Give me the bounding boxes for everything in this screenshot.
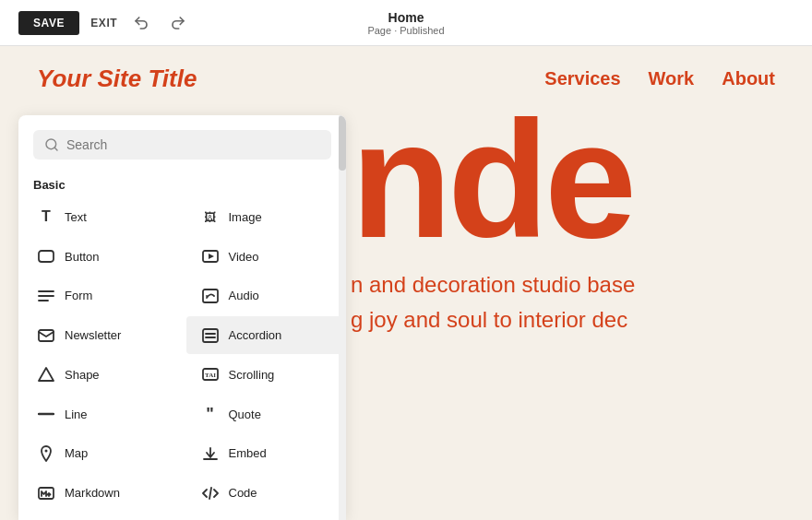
element-quote[interactable]: " Quote (186, 396, 343, 433)
element-code[interactable]: Code (186, 474, 343, 512)
hero-sub-text-2: g joy and soul to interior dec (351, 307, 812, 333)
panel-search-area (18, 115, 346, 171)
element-map[interactable]: Map (22, 435, 179, 473)
scrolling-icon: TAI (201, 365, 220, 384)
site-header: Your Site Title Services Work About (0, 46, 812, 112)
site-title: Your Site Title (37, 65, 197, 93)
element-form[interactable]: Form (22, 278, 179, 315)
element-scrolling[interactable]: TAI Scrolling (186, 356, 343, 394)
element-button[interactable]: Button (22, 238, 179, 276)
elements-grid: Text Image Button (18, 197, 346, 520)
element-text[interactable]: Text (22, 198, 179, 236)
element-accordion[interactable]: Accordion (186, 316, 343, 354)
add-elements-panel: Basic Text Image Button (18, 115, 346, 520)
page-title: Home (367, 10, 444, 25)
scroll-track[interactable] (339, 115, 346, 520)
site-nav: Services Work About (544, 68, 775, 89)
save-button[interactable]: SAVE (18, 11, 79, 35)
svg-marker-14 (39, 368, 54, 381)
accordion-label: Accordion (229, 328, 282, 342)
element-shape[interactable]: Shape (22, 356, 179, 394)
exit-button[interactable]: EXIT (90, 17, 117, 30)
nav-work[interactable]: Work (649, 68, 695, 89)
text-label: Text (65, 210, 87, 224)
embed-label: Embed (229, 446, 267, 460)
element-audio[interactable]: Audio (186, 278, 343, 315)
svg-rect-11 (203, 329, 218, 342)
element-newsletter[interactable]: Newsletter (22, 316, 179, 354)
code-label: Code (229, 486, 257, 500)
svg-point-18 (45, 449, 48, 452)
undo-button[interactable] (128, 10, 154, 36)
search-input[interactable] (66, 137, 320, 152)
line-icon (37, 405, 55, 423)
redo-button[interactable] (165, 10, 191, 36)
image-icon (201, 207, 220, 226)
element-embed[interactable]: Embed (186, 435, 343, 473)
newsletter-label: Newsletter (65, 328, 121, 342)
scrolling-label: Scrolling (229, 368, 275, 382)
svg-rect-2 (39, 251, 54, 262)
page-status: Page · Published (367, 25, 444, 36)
topbar-left: SAVE EXIT (18, 10, 191, 36)
form-label: Form (65, 289, 92, 302)
topbar: SAVE EXIT Home Page · Published (0, 0, 812, 46)
search-icon (44, 137, 59, 152)
quote-icon: " (201, 405, 220, 423)
markdown-label: Markdown (65, 486, 120, 500)
line-label: Line (65, 408, 88, 421)
svg-line-21 (209, 488, 211, 499)
text-icon (37, 207, 55, 226)
element-markdown[interactable]: Markdown (22, 474, 179, 512)
code-icon (201, 484, 220, 502)
newsletter-icon (37, 326, 55, 345)
svg-text:TAI: TAI (205, 372, 216, 379)
element-line[interactable]: Line (22, 396, 179, 433)
quote-label: Quote (229, 408, 261, 421)
button-icon (37, 247, 55, 266)
audio-label: Audio (229, 289, 259, 302)
svg-rect-8 (203, 290, 218, 302)
form-icon (37, 287, 55, 305)
section-basic-label: Basic (18, 171, 346, 197)
map-icon (37, 444, 55, 463)
video-label: Video (229, 250, 259, 264)
topbar-center: Home Page · Published (367, 10, 444, 36)
svg-line-1 (54, 148, 57, 150)
element-image[interactable]: Image (186, 198, 343, 236)
nav-about[interactable]: About (722, 68, 775, 89)
element-video[interactable]: Video (186, 238, 343, 276)
markdown-icon (37, 484, 55, 502)
video-icon (201, 247, 220, 266)
embed-icon (201, 444, 220, 463)
svg-marker-4 (209, 254, 214, 259)
search-box (33, 130, 331, 160)
image-label: Image (229, 210, 262, 224)
shape-icon (37, 365, 55, 384)
hero-big-text: nde (351, 115, 812, 263)
main-area: Your Site Title Services Work About nde … (0, 46, 812, 520)
shape-label: Shape (65, 368, 100, 382)
nav-services[interactable]: Services (544, 68, 620, 89)
redo-icon (170, 15, 186, 31)
scroll-thumb[interactable] (339, 115, 346, 171)
audio-icon (201, 287, 220, 305)
hero-sub-text: n and decoration studio base (351, 272, 812, 298)
button-label: Button (65, 250, 100, 264)
accordion-icon (201, 326, 220, 345)
undo-icon (133, 15, 149, 31)
map-label: Map (65, 446, 88, 460)
hero-area: nde n and decoration studio base g joy a… (351, 115, 812, 520)
